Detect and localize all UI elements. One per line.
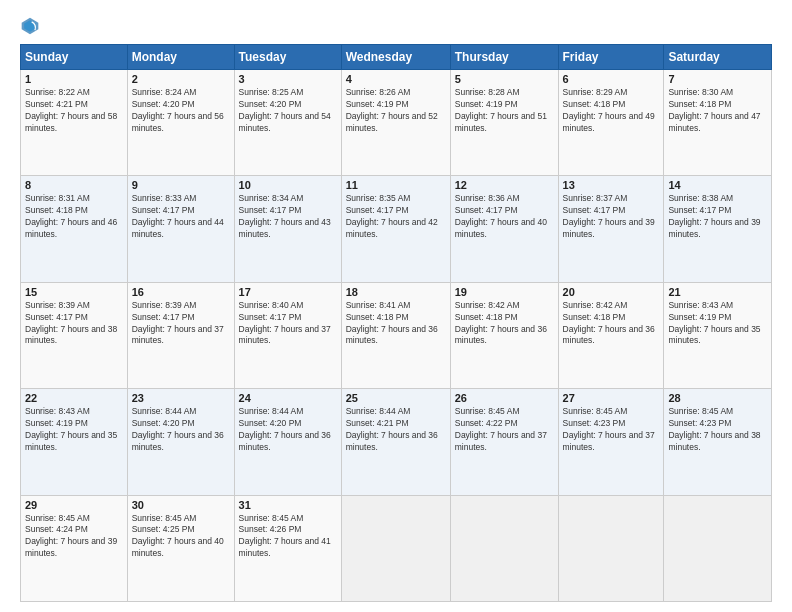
- calendar-cell: 19 Sunrise: 8:42 AMSunset: 4:18 PMDaylig…: [450, 282, 558, 388]
- day-number: 19: [455, 286, 554, 298]
- day-info: Sunrise: 8:33 AMSunset: 4:17 PMDaylight:…: [132, 193, 224, 239]
- calendar-cell: 10 Sunrise: 8:34 AMSunset: 4:17 PMDaylig…: [234, 176, 341, 282]
- calendar-cell: 25 Sunrise: 8:44 AMSunset: 4:21 PMDaylig…: [341, 389, 450, 495]
- calendar-cell: 4 Sunrise: 8:26 AMSunset: 4:19 PMDayligh…: [341, 70, 450, 176]
- day-info: Sunrise: 8:44 AMSunset: 4:21 PMDaylight:…: [346, 406, 438, 452]
- day-number: 24: [239, 392, 337, 404]
- day-info: Sunrise: 8:43 AMSunset: 4:19 PMDaylight:…: [668, 300, 760, 346]
- day-info: Sunrise: 8:45 AMSunset: 4:23 PMDaylight:…: [563, 406, 655, 452]
- day-number: 11: [346, 179, 446, 191]
- weekday-header-thursday: Thursday: [450, 45, 558, 70]
- day-info: Sunrise: 8:45 AMSunset: 4:24 PMDaylight:…: [25, 513, 117, 559]
- logo-area: [20, 16, 48, 36]
- day-number: 20: [563, 286, 660, 298]
- day-info: Sunrise: 8:39 AMSunset: 4:17 PMDaylight:…: [25, 300, 117, 346]
- day-info: Sunrise: 8:45 AMSunset: 4:22 PMDaylight:…: [455, 406, 547, 452]
- calendar-cell: [450, 495, 558, 601]
- day-info: Sunrise: 8:30 AMSunset: 4:18 PMDaylight:…: [668, 87, 760, 133]
- day-number: 30: [132, 499, 230, 511]
- day-info: Sunrise: 8:42 AMSunset: 4:18 PMDaylight:…: [455, 300, 547, 346]
- day-number: 23: [132, 392, 230, 404]
- day-number: 6: [563, 73, 660, 85]
- calendar-cell: 26 Sunrise: 8:45 AMSunset: 4:22 PMDaylig…: [450, 389, 558, 495]
- calendar-cell: 29 Sunrise: 8:45 AMSunset: 4:24 PMDaylig…: [21, 495, 128, 601]
- day-info: Sunrise: 8:31 AMSunset: 4:18 PMDaylight:…: [25, 193, 117, 239]
- calendar-cell: [558, 495, 664, 601]
- day-info: Sunrise: 8:36 AMSunset: 4:17 PMDaylight:…: [455, 193, 547, 239]
- day-info: Sunrise: 8:29 AMSunset: 4:18 PMDaylight:…: [563, 87, 655, 133]
- calendar-cell: 9 Sunrise: 8:33 AMSunset: 4:17 PMDayligh…: [127, 176, 234, 282]
- weekday-header-row: SundayMondayTuesdayWednesdayThursdayFrid…: [21, 45, 772, 70]
- day-number: 13: [563, 179, 660, 191]
- calendar-cell: 14 Sunrise: 8:38 AMSunset: 4:17 PMDaylig…: [664, 176, 772, 282]
- calendar-cell: 30 Sunrise: 8:45 AMSunset: 4:25 PMDaylig…: [127, 495, 234, 601]
- day-number: 28: [668, 392, 767, 404]
- week-row-2: 15 Sunrise: 8:39 AMSunset: 4:17 PMDaylig…: [21, 282, 772, 388]
- logo-icon: [20, 16, 40, 36]
- day-info: Sunrise: 8:28 AMSunset: 4:19 PMDaylight:…: [455, 87, 547, 133]
- day-number: 15: [25, 286, 123, 298]
- day-number: 22: [25, 392, 123, 404]
- calendar-table: SundayMondayTuesdayWednesdayThursdayFrid…: [20, 44, 772, 602]
- day-number: 8: [25, 179, 123, 191]
- calendar-cell: 18 Sunrise: 8:41 AMSunset: 4:18 PMDaylig…: [341, 282, 450, 388]
- day-number: 26: [455, 392, 554, 404]
- day-info: Sunrise: 8:25 AMSunset: 4:20 PMDaylight:…: [239, 87, 331, 133]
- day-number: 18: [346, 286, 446, 298]
- calendar-cell: 20 Sunrise: 8:42 AMSunset: 4:18 PMDaylig…: [558, 282, 664, 388]
- week-row-1: 8 Sunrise: 8:31 AMSunset: 4:18 PMDayligh…: [21, 176, 772, 282]
- day-info: Sunrise: 8:42 AMSunset: 4:18 PMDaylight:…: [563, 300, 655, 346]
- day-number: 14: [668, 179, 767, 191]
- calendar-cell: 3 Sunrise: 8:25 AMSunset: 4:20 PMDayligh…: [234, 70, 341, 176]
- calendar-cell: 17 Sunrise: 8:40 AMSunset: 4:17 PMDaylig…: [234, 282, 341, 388]
- day-info: Sunrise: 8:24 AMSunset: 4:20 PMDaylight:…: [132, 87, 224, 133]
- day-info: Sunrise: 8:37 AMSunset: 4:17 PMDaylight:…: [563, 193, 655, 239]
- calendar-cell: 8 Sunrise: 8:31 AMSunset: 4:18 PMDayligh…: [21, 176, 128, 282]
- weekday-header-saturday: Saturday: [664, 45, 772, 70]
- weekday-header-wednesday: Wednesday: [341, 45, 450, 70]
- week-row-4: 29 Sunrise: 8:45 AMSunset: 4:24 PMDaylig…: [21, 495, 772, 601]
- week-row-0: 1 Sunrise: 8:22 AMSunset: 4:21 PMDayligh…: [21, 70, 772, 176]
- calendar-cell: [341, 495, 450, 601]
- calendar-cell: [664, 495, 772, 601]
- day-info: Sunrise: 8:34 AMSunset: 4:17 PMDaylight:…: [239, 193, 331, 239]
- day-info: Sunrise: 8:39 AMSunset: 4:17 PMDaylight:…: [132, 300, 224, 346]
- day-number: 9: [132, 179, 230, 191]
- day-info: Sunrise: 8:45 AMSunset: 4:23 PMDaylight:…: [668, 406, 760, 452]
- weekday-header-friday: Friday: [558, 45, 664, 70]
- day-info: Sunrise: 8:45 AMSunset: 4:26 PMDaylight:…: [239, 513, 331, 559]
- calendar-cell: 7 Sunrise: 8:30 AMSunset: 4:18 PMDayligh…: [664, 70, 772, 176]
- day-info: Sunrise: 8:40 AMSunset: 4:17 PMDaylight:…: [239, 300, 331, 346]
- day-number: 3: [239, 73, 337, 85]
- day-number: 12: [455, 179, 554, 191]
- weekday-header-tuesday: Tuesday: [234, 45, 341, 70]
- day-number: 1: [25, 73, 123, 85]
- day-info: Sunrise: 8:26 AMSunset: 4:19 PMDaylight:…: [346, 87, 438, 133]
- calendar-cell: 24 Sunrise: 8:44 AMSunset: 4:20 PMDaylig…: [234, 389, 341, 495]
- weekday-header-sunday: Sunday: [21, 45, 128, 70]
- day-number: 2: [132, 73, 230, 85]
- day-number: 16: [132, 286, 230, 298]
- day-number: 4: [346, 73, 446, 85]
- day-number: 27: [563, 392, 660, 404]
- day-number: 5: [455, 73, 554, 85]
- day-number: 21: [668, 286, 767, 298]
- page: SundayMondayTuesdayWednesdayThursdayFrid…: [0, 0, 792, 612]
- calendar-cell: 2 Sunrise: 8:24 AMSunset: 4:20 PMDayligh…: [127, 70, 234, 176]
- calendar-cell: 23 Sunrise: 8:44 AMSunset: 4:20 PMDaylig…: [127, 389, 234, 495]
- day-number: 7: [668, 73, 767, 85]
- calendar-cell: 6 Sunrise: 8:29 AMSunset: 4:18 PMDayligh…: [558, 70, 664, 176]
- day-info: Sunrise: 8:44 AMSunset: 4:20 PMDaylight:…: [132, 406, 224, 452]
- calendar-cell: 1 Sunrise: 8:22 AMSunset: 4:21 PMDayligh…: [21, 70, 128, 176]
- calendar-cell: 16 Sunrise: 8:39 AMSunset: 4:17 PMDaylig…: [127, 282, 234, 388]
- calendar-cell: 27 Sunrise: 8:45 AMSunset: 4:23 PMDaylig…: [558, 389, 664, 495]
- day-info: Sunrise: 8:43 AMSunset: 4:19 PMDaylight:…: [25, 406, 117, 452]
- week-row-3: 22 Sunrise: 8:43 AMSunset: 4:19 PMDaylig…: [21, 389, 772, 495]
- calendar-cell: 22 Sunrise: 8:43 AMSunset: 4:19 PMDaylig…: [21, 389, 128, 495]
- calendar-cell: 13 Sunrise: 8:37 AMSunset: 4:17 PMDaylig…: [558, 176, 664, 282]
- day-info: Sunrise: 8:35 AMSunset: 4:17 PMDaylight:…: [346, 193, 438, 239]
- header: [20, 16, 772, 36]
- calendar-cell: 31 Sunrise: 8:45 AMSunset: 4:26 PMDaylig…: [234, 495, 341, 601]
- calendar-cell: 12 Sunrise: 8:36 AMSunset: 4:17 PMDaylig…: [450, 176, 558, 282]
- day-number: 17: [239, 286, 337, 298]
